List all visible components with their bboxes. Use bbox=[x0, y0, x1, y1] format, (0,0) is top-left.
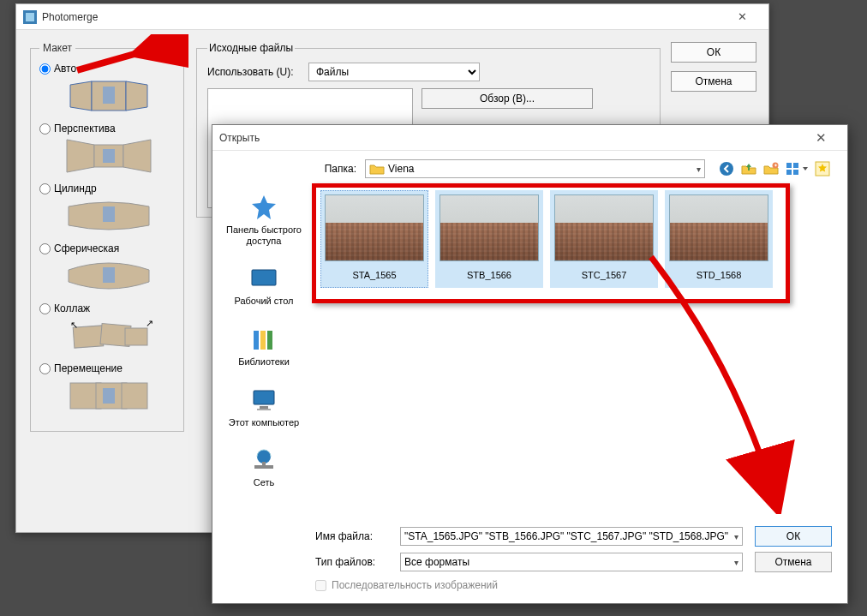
file-thumb[interactable]: STA_1565 bbox=[320, 190, 428, 288]
thumb-reposition-icon bbox=[62, 378, 156, 414]
radio-perspective-label: Перспектива bbox=[54, 123, 116, 135]
chevron-down-icon: ▾ bbox=[697, 164, 701, 174]
photomerge-title: Photomerge bbox=[42, 11, 98, 23]
svg-rect-19 bbox=[122, 383, 147, 409]
place-computer[interactable]: Этот компьютер bbox=[212, 383, 315, 432]
use-label: Использовать (U): bbox=[207, 66, 302, 78]
radio-reposition[interactable]: Перемещение bbox=[39, 362, 175, 374]
radio-cylinder-input[interactable] bbox=[39, 183, 51, 194]
browse-button[interactable]: Обзор (B)... bbox=[422, 88, 593, 109]
svg-rect-33 bbox=[267, 331, 272, 350]
svg-marker-2 bbox=[70, 81, 92, 111]
filetype-label: Тип файлов: bbox=[315, 556, 388, 568]
view-menu-icon[interactable] bbox=[786, 161, 810, 176]
chevron-down-icon: ▾ bbox=[734, 532, 738, 541]
open-ok-button[interactable]: ОК bbox=[755, 526, 832, 547]
radio-spherical-label: Сферическая bbox=[54, 242, 119, 254]
open-cancel-button[interactable]: Отмена bbox=[755, 552, 832, 572]
file-thumb[interactable]: STB_1566 bbox=[435, 190, 543, 288]
thumb-preview bbox=[325, 194, 424, 261]
folder-label: Папка: bbox=[315, 163, 356, 175]
place-quick-access[interactable]: Панель быстрого доступа bbox=[212, 190, 315, 249]
radio-perspective-input[interactable] bbox=[39, 123, 51, 135]
open-dialog: Открыть ✕ Папка: Viena ▾ ✦ Панель быстро… bbox=[212, 124, 848, 604]
radio-reposition-label: Перемещение bbox=[54, 362, 123, 374]
svg-rect-24 bbox=[786, 163, 792, 168]
layout-legend: Макет bbox=[39, 42, 75, 54]
pm-cancel-button[interactable]: Отмена bbox=[671, 71, 756, 92]
thumb-preview bbox=[554, 194, 654, 261]
filetype-value: Все форматы bbox=[404, 556, 469, 568]
svg-point-21 bbox=[720, 162, 733, 176]
svg-rect-34 bbox=[254, 391, 274, 404]
thumb-preview bbox=[669, 194, 768, 261]
open-titlebar: Открыть ✕ bbox=[212, 125, 847, 151]
layout-fieldset: Макет Авто Перспектива Цилиндр bbox=[30, 42, 184, 432]
radio-spherical-input[interactable] bbox=[39, 243, 51, 254]
thumb-name: STB_1566 bbox=[467, 266, 511, 284]
sequence-checkbox[interactable]: Последовательность изображений bbox=[315, 579, 832, 591]
radio-reposition-input[interactable] bbox=[39, 363, 51, 374]
radio-collage-input[interactable] bbox=[39, 303, 51, 314]
radio-cylinder[interactable]: Цилиндр bbox=[39, 182, 175, 194]
filetype-select[interactable]: Все форматы ▾ bbox=[400, 553, 743, 571]
svg-rect-39 bbox=[262, 462, 266, 466]
svg-rect-5 bbox=[103, 87, 115, 104]
radio-auto-input[interactable] bbox=[39, 63, 51, 75]
svg-rect-25 bbox=[793, 163, 798, 168]
thumb-name: STC_1567 bbox=[582, 266, 627, 284]
place-desktop[interactable]: Рабочий стол bbox=[212, 261, 315, 310]
thumb-name: STD_1568 bbox=[697, 266, 742, 284]
favorite-icon[interactable] bbox=[815, 161, 830, 176]
place-libraries-label: Библиотеки bbox=[238, 356, 290, 368]
chevron-down-icon: ▾ bbox=[734, 558, 738, 567]
open-title: Открыть bbox=[219, 132, 260, 144]
places-sidebar: Панель быстрого доступа Рабочий стол Биб… bbox=[212, 187, 315, 521]
svg-rect-27 bbox=[793, 170, 798, 175]
svg-text:↖: ↖ bbox=[70, 320, 78, 330]
place-libraries[interactable]: Библиотеки bbox=[212, 322, 315, 371]
svg-rect-20 bbox=[103, 388, 115, 404]
place-network[interactable]: Сеть bbox=[212, 443, 315, 492]
svg-marker-8 bbox=[123, 140, 151, 172]
close-icon[interactable]: ✕ bbox=[802, 125, 840, 151]
back-icon[interactable] bbox=[719, 161, 734, 176]
folder-select[interactable]: Viena ▾ bbox=[365, 159, 705, 178]
svg-text:↗: ↗ bbox=[146, 318, 153, 328]
source-legend: Исходные файлы bbox=[207, 42, 295, 54]
filename-input[interactable]: "STA_1565.JPG" "STB_1566.JPG" "STC_1567.… bbox=[400, 527, 743, 546]
svg-marker-4 bbox=[126, 81, 147, 111]
file-thumb[interactable]: STC_1567 bbox=[550, 190, 658, 288]
up-folder-icon[interactable] bbox=[741, 161, 756, 176]
svg-rect-11 bbox=[103, 267, 115, 283]
svg-rect-35 bbox=[260, 406, 268, 409]
close-icon[interactable]: ✕ bbox=[723, 4, 762, 30]
radio-collage[interactable]: Коллаж bbox=[39, 302, 175, 314]
radio-spherical[interactable]: Сферическая bbox=[39, 242, 175, 254]
pm-ok-button[interactable]: ОК bbox=[671, 42, 756, 63]
thumb-perspective-icon bbox=[62, 138, 156, 174]
svg-rect-29 bbox=[252, 270, 276, 285]
thumb-spherical-icon bbox=[62, 258, 156, 294]
file-thumb[interactable]: STD_1568 bbox=[665, 190, 773, 288]
svg-rect-9 bbox=[103, 149, 115, 163]
radio-auto-label: Авто bbox=[54, 63, 76, 75]
folder-value: Viena bbox=[388, 163, 414, 175]
file-browser-area[interactable]: STA_1565 STB_1566 STC_1567 STD_1568 bbox=[315, 187, 847, 521]
thumb-cylinder-icon bbox=[62, 198, 156, 234]
thumb-name: STA_1565 bbox=[352, 266, 396, 284]
sequence-checkbox-input bbox=[315, 580, 326, 591]
nav-toolbar: ✦ bbox=[719, 161, 810, 176]
svg-rect-10 bbox=[103, 206, 115, 222]
open-bottom-panel: Имя файла: "STA_1565.JPG" "STB_1566.JPG"… bbox=[212, 521, 847, 603]
use-select[interactable]: Файлы bbox=[308, 63, 480, 81]
thumb-preview bbox=[439, 194, 539, 261]
svg-marker-6 bbox=[67, 140, 94, 172]
radio-perspective[interactable]: Перспектива bbox=[39, 123, 175, 135]
folder-icon bbox=[369, 161, 385, 176]
new-folder-icon[interactable]: ✦ bbox=[763, 161, 779, 176]
radio-cylinder-label: Цилиндр bbox=[54, 182, 97, 194]
svg-rect-1 bbox=[26, 13, 34, 21]
place-desktop-label: Рабочий стол bbox=[234, 296, 293, 307]
radio-auto[interactable]: Авто bbox=[39, 63, 175, 75]
